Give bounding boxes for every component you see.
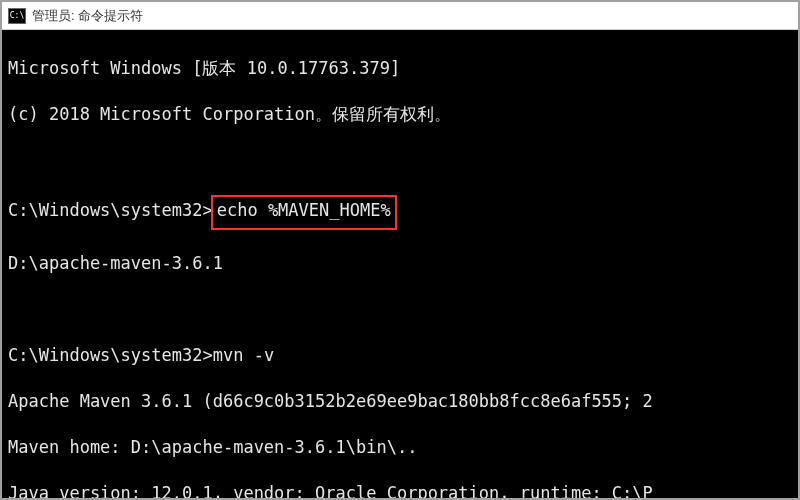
window-title: 管理员: 命令提示符 — [32, 7, 143, 25]
highlighted-command: echo %MAVEN_HOME% — [211, 195, 397, 230]
output-line: Java version: 12.0.1, vendor: Oracle Cor… — [8, 482, 792, 498]
output-line: Maven home: D:\apache-maven-3.6.1\bin\.. — [8, 436, 792, 459]
output-line: Apache Maven 3.6.1 (d66c9c0b3152b2e69ee9… — [8, 390, 792, 413]
cmd-window: C:\ 管理员: 命令提示符 Microsoft Windows [版本 10.… — [0, 0, 800, 500]
prompt-line: C:\Windows\system32>echo %MAVEN_HOME% — [8, 195, 792, 230]
terminal-output[interactable]: Microsoft Windows [版本 10.0.17763.379] (c… — [2, 30, 798, 498]
prompt-path: C:\Windows\system32> — [8, 200, 213, 220]
banner-line: (c) 2018 Microsoft Corporation。保留所有权利。 — [8, 103, 792, 126]
prompt-path: C:\Windows\system32> — [8, 345, 213, 365]
output-line: D:\apache-maven-3.6.1 — [8, 252, 792, 275]
blank-line — [8, 298, 792, 321]
command-text: mvn -v — [213, 345, 274, 365]
prompt-line: C:\Windows\system32>mvn -v — [8, 344, 792, 367]
cmd-icon: C:\ — [8, 8, 26, 24]
titlebar[interactable]: C:\ 管理员: 命令提示符 — [2, 2, 798, 30]
blank-line — [8, 149, 792, 172]
banner-line: Microsoft Windows [版本 10.0.17763.379] — [8, 57, 792, 80]
